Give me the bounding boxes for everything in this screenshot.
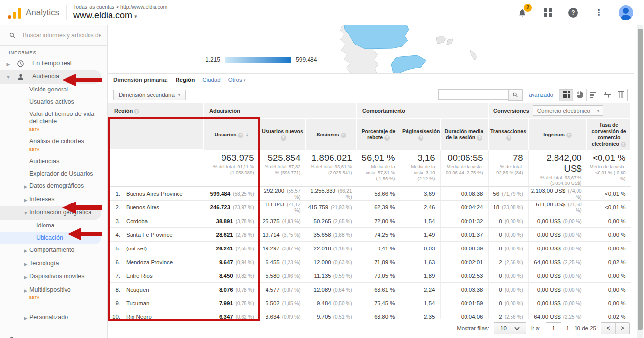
- rows-per-page-select[interactable]: 10: [494, 322, 526, 334]
- table-search-input[interactable]: [438, 89, 508, 100]
- secondary-dimension-button[interactable]: Dimensión secundaria▾: [113, 90, 186, 100]
- logo-bar: [18, 8, 21, 19]
- table-row[interactable]: 9.Tucuman 7.991(0,78 %) 5.502(1,05 %) 9.…: [108, 296, 631, 310]
- region-column-header[interactable]: Región?: [108, 103, 204, 150]
- more-options-icon[interactable]: ⋮: [593, 7, 604, 18]
- expand-caret-icon[interactable]: ▼: [22, 210, 29, 217]
- help-bubble-icon[interactable]: ?: [384, 135, 390, 141]
- sidebar-item-multidispositivo[interactable]: ▶MultidispositivoBETA: [0, 284, 107, 304]
- expand-caret-icon[interactable]: ▶: [22, 261, 29, 268]
- sidebar-item-valor-del-tiempo-de-vida-del-cliente[interactable]: Valor del tiempo de vida del clienteBETA: [0, 108, 107, 135]
- column-header-duracion-media-de-la-sesion[interactable]: Duración media de la sesión?: [440, 119, 488, 150]
- account-name[interactable]: www.eldia.com ▾: [73, 10, 167, 21]
- column-header-transacciones[interactable]: Transacciones?: [488, 119, 528, 150]
- prev-page-button[interactable]: <: [601, 323, 615, 334]
- sidebar-item-en-tiempo-real[interactable]: ▶En tiempo real: [0, 57, 107, 70]
- map-region-highlight-2[interactable]: [391, 55, 426, 73]
- notifications-bell-icon[interactable]: 2: [517, 7, 528, 18]
- user-avatar[interactable]: [619, 5, 633, 20]
- column-header-ingresos[interactable]: Ingresos?: [528, 119, 587, 150]
- sidebar-item-datos-demograficos[interactable]: ▶Datos demográficos: [0, 180, 107, 193]
- help-bubble-icon[interactable]: ?: [341, 133, 346, 138]
- table-search-button[interactable]: [508, 89, 523, 101]
- table-row[interactable]: 3.Cordoba 38.891(3,78 %) 25.375(4,83 %) …: [108, 214, 631, 228]
- table-row[interactable]: 4.Santa Fe Province 28.621(2,78 %) 19.71…: [108, 228, 631, 242]
- sidebar-item-explorador-de-usuarios[interactable]: Explorador de Usuarios: [0, 168, 107, 180]
- sidebar-search[interactable]: [0, 25, 107, 46]
- sidebar-search-input[interactable]: [22, 31, 102, 39]
- sort-descending-icon[interactable]: ↓: [245, 131, 248, 138]
- table-row[interactable]: 2.Buenos Aires 246.723(23,97 %) 111.043(…: [108, 201, 631, 214]
- table-row[interactable]: 8.Neuquen 8.076(0,78 %) 4.577(0,87 %) 12…: [108, 283, 631, 296]
- sidebar-item-vision-general[interactable]: Visión general: [0, 84, 107, 96]
- sidebar-item-dispositivos-moviles[interactable]: ▶Dispositivos móviles: [0, 270, 107, 284]
- sidebar-item-intereses[interactable]: ▶Intereses: [0, 193, 107, 206]
- view-comparison-button[interactable]: [600, 89, 614, 101]
- expand-caret-icon[interactable]: ▼: [5, 74, 12, 81]
- help-bubble-icon[interactable]: ?: [281, 135, 286, 141]
- conversions-type-dropdown[interactable]: Comercio electrónico▾: [533, 105, 604, 116]
- column-header-tasa-de-conversion-de-comercio-electronico[interactable]: Tasa de conversión de comercio electróni…: [587, 119, 631, 150]
- help-bubble-icon[interactable]: ?: [506, 135, 511, 141]
- table-row[interactable]: 6.Mendoza Province 9.647(0,94 %) 6.455(1…: [108, 255, 631, 269]
- view-pivot-button[interactable]: [614, 89, 627, 101]
- expand-caret-icon[interactable]: ▶: [22, 248, 29, 255]
- column-header-porcentaje-de-rebote[interactable]: Porcentaje de rebote?: [357, 119, 400, 150]
- advanced-link[interactable]: avanzado: [529, 92, 553, 98]
- geo-map[interactable]: [303, 25, 513, 73]
- help-bubble-icon[interactable]: ?: [477, 135, 482, 141]
- table-row[interactable]: 5.(not set) 26.241(2,55 %) 19.297(3,67 %…: [108, 242, 631, 255]
- scrollbar-thumb[interactable]: [638, 29, 643, 330]
- attribution-icon: [10, 335, 18, 338]
- help-bubble-icon[interactable]: ?: [621, 142, 626, 147]
- sidebar-item-usuarios-activos[interactable]: Usuarios activos: [0, 96, 107, 108]
- table-row[interactable]: 1.Buenos Aires Province 599.484(58,25 %)…: [108, 187, 631, 201]
- view-performance-button[interactable]: [586, 89, 600, 101]
- sidebar-item-idioma[interactable]: Idioma: [0, 220, 107, 232]
- apps-grid-icon[interactable]: [542, 7, 553, 18]
- sidebar-item-tecnologia[interactable]: ▶Tecnología: [0, 257, 107, 270]
- summary-value: <0,01 %: [589, 153, 626, 163]
- comparison-icon: [604, 91, 611, 98]
- expand-caret-icon[interactable]: ▶: [5, 61, 12, 68]
- beta-badge: BETA: [29, 294, 101, 301]
- expand-caret-icon[interactable]: ▶: [22, 183, 29, 191]
- sidebar-item-audiencias[interactable]: Audiencias: [0, 156, 107, 168]
- goto-label: Ir a:: [531, 325, 541, 331]
- sidebar-item-personalizado[interactable]: ▶Personalizado: [0, 312, 107, 325]
- summary-value: 525.854: [262, 153, 301, 163]
- sidebar-item-analisis-de-cohortes[interactable]: Análisis de cohortesBETA: [0, 135, 107, 156]
- view-table-button[interactable]: [559, 89, 573, 101]
- help-bubble-icon[interactable]: ?: [418, 135, 423, 141]
- dimension-city[interactable]: Ciudad: [202, 77, 220, 83]
- help-bubble-icon[interactable]: ?: [238, 133, 243, 138]
- vertical-scrollbar[interactable]: [637, 25, 643, 338]
- dimension-others[interactable]: Otros ▾: [228, 77, 246, 83]
- column-header-usuarios-nuevos[interactable]: Usuarios nuevos?: [259, 119, 306, 150]
- expand-caret-icon[interactable]: ▶: [22, 315, 29, 322]
- help-bubble-icon[interactable]: ?: [566, 133, 572, 138]
- column-header-sesiones[interactable]: Sesiones?: [306, 119, 357, 150]
- sidebar-item-ubicacion[interactable]: Ubicación: [0, 232, 101, 244]
- dimension-region[interactable]: Región: [176, 77, 195, 83]
- sidebar-item-comportamiento[interactable]: ▶Comportamiento: [0, 244, 107, 257]
- table-row[interactable]: 7.Entre Rios 8.450(0,82 %) 5.580(1,06 %)…: [108, 269, 631, 283]
- expand-caret-icon[interactable]: ▶: [22, 197, 29, 204]
- sidebar-item-atribucion[interactable]: AtribuciónBETA: [0, 333, 107, 338]
- analytics-logo-icon[interactable]: [8, 7, 21, 19]
- expand-caret-icon[interactable]: ▶: [22, 287, 29, 294]
- goto-page-input[interactable]: [546, 322, 561, 334]
- summary-value: 2.842,00 US$: [531, 153, 582, 174]
- sidebar-item-audiencia[interactable]: ▼Audiencia: [0, 70, 101, 84]
- expand-caret-icon[interactable]: ▶: [22, 274, 29, 281]
- view-percentage-button[interactable]: [573, 89, 586, 101]
- next-page-button[interactable]: >: [615, 323, 629, 334]
- column-header-usuarios[interactable]: Usuarios?↓: [204, 119, 259, 150]
- account-switcher[interactable]: Todas las cuentas > http://www.eldia.com…: [73, 4, 167, 21]
- help-bubble-icon[interactable]: ?: [134, 109, 139, 114]
- table-toolbar: Dimensión secundaria▾ avanzado: [113, 89, 628, 101]
- column-header-label: Usuarios nuevos: [262, 128, 303, 134]
- sidebar-item-informacion-geografica[interactable]: ▼Información geográfica: [0, 206, 101, 220]
- column-header-paginas-sesion[interactable]: Páginas/sesión?: [400, 119, 440, 150]
- help-icon[interactable]: ?: [568, 7, 578, 18]
